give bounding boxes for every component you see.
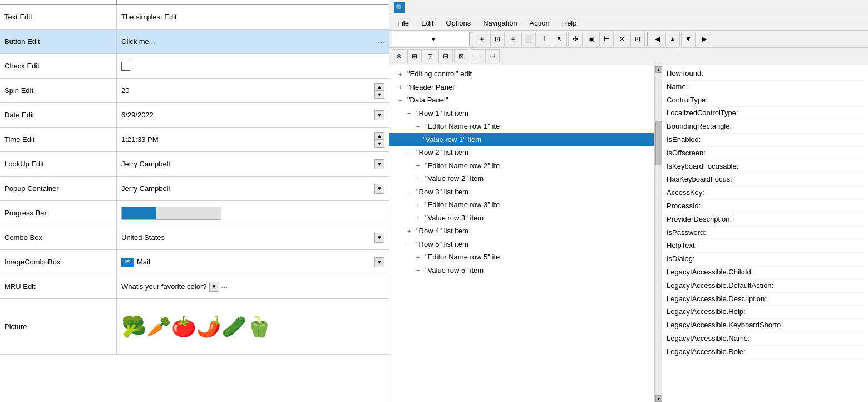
- nav-right[interactable]: ▶: [697, 32, 711, 46]
- table-row[interactable]: MRU EditWhat's your favorite color?▼···: [0, 274, 389, 299]
- tree-toggle[interactable]: −: [407, 239, 414, 249]
- tree-toggle[interactable]: +: [416, 200, 423, 210]
- menu-item-action[interactable]: Action: [524, 17, 555, 29]
- tree-scrollbar[interactable]: ▲ ▼: [654, 65, 662, 402]
- tree-item-row1[interactable]: −"Row 1" list item: [389, 107, 654, 120]
- tree-toggle[interactable]: +: [398, 82, 405, 92]
- tree-item-editor-name-row3[interactable]: +"Editor Name row 3" ite: [389, 198, 654, 212]
- scrollbar-thumb[interactable]: [655, 121, 662, 165]
- tree-toggle[interactable]: +: [416, 174, 423, 184]
- scrollbar-down[interactable]: ▼: [655, 395, 662, 402]
- automation-dropdown[interactable]: ▼: [392, 32, 470, 46]
- mru-ellipsis-button[interactable]: ···: [221, 282, 228, 291]
- tb2-btn2[interactable]: ⊞: [407, 49, 422, 63]
- tree-item-editing-control[interactable]: +"Editing control" edit: [389, 67, 654, 81]
- tree-toggle[interactable]: −: [398, 96, 405, 105]
- tb2-btn4[interactable]: ⊟: [438, 49, 453, 63]
- pointer-icon[interactable]: ↖: [553, 32, 567, 46]
- nav-up[interactable]: ▲: [665, 32, 680, 46]
- menu-item-options[interactable]: Options: [440, 17, 476, 29]
- table-row[interactable]: Popup ContainerJerry Campbell▼: [0, 177, 389, 201]
- cell-editor-name: Check Edit: [0, 54, 117, 78]
- prop-name: IsPassword:: [667, 227, 789, 239]
- dropdown-arrow[interactable]: ▼: [374, 184, 384, 194]
- table-row[interactable]: Progress Bar: [0, 201, 389, 225]
- spin-up[interactable]: ▲: [374, 132, 384, 140]
- tree-item-row4[interactable]: +"Row 4" list item: [389, 224, 654, 238]
- dropdown-arrow[interactable]: ▼: [374, 257, 384, 267]
- ellipsis-button[interactable]: ···: [378, 37, 384, 46]
- menu-item-help[interactable]: Help: [556, 17, 583, 29]
- expand-icon[interactable]: ⊢: [599, 32, 614, 46]
- table-row[interactable]: Time Edit1:21:33 PM▲▼: [0, 128, 389, 152]
- scrollbar-up[interactable]: ▲: [655, 66, 662, 73]
- table-row[interactable]: Spin Edit20▲▼: [0, 79, 389, 103]
- close-icon[interactable]: ✕: [615, 32, 629, 46]
- tree-toggle[interactable]: −: [407, 109, 414, 118]
- tree-item-row2[interactable]: −"Row 2" list item: [389, 146, 654, 159]
- tb2-btn7[interactable]: ⊣: [485, 49, 500, 63]
- table-row[interactable]: Combo BoxUnited States▼: [0, 225, 389, 250]
- menu-item-navigation[interactable]: Navigation: [477, 17, 522, 29]
- table-row[interactable]: Picture🥦🥕🍅🌶️🥒🫑: [0, 299, 389, 355]
- menu-item-edit[interactable]: Edit: [416, 17, 439, 29]
- dropdown-arrow[interactable]: ▼: [374, 233, 384, 243]
- tree-item-row5[interactable]: −"Row 5" list item: [389, 238, 654, 251]
- tree-toggle[interactable]: −: [407, 148, 414, 158]
- tree-toggle[interactable]: +: [407, 227, 414, 236]
- tree-item-value-row3[interactable]: +"Value row 3" item: [389, 212, 654, 225]
- table-row[interactable]: ImageComboBox✉Mail▼: [0, 250, 389, 274]
- tree-toggle[interactable]: +: [416, 253, 423, 262]
- cell-value: Jerry Campbell▼: [117, 157, 389, 171]
- prop-name: Name:: [667, 81, 789, 93]
- spin-down[interactable]: ▼: [374, 91, 384, 99]
- cursor-icon[interactable]: I: [537, 32, 551, 46]
- parent-icon[interactable]: ⊟: [506, 32, 520, 46]
- checkbox[interactable]: [121, 62, 130, 71]
- table-row[interactable]: Check Edit: [0, 54, 389, 79]
- tree-toggle[interactable]: +: [416, 122, 423, 131]
- tree-item-editor-name-row1[interactable]: +"Editor Name row 1" ite: [389, 120, 654, 133]
- tree-item-data-panel[interactable]: −"Data Panel": [389, 94, 654, 107]
- progress-bar: [121, 207, 221, 220]
- tb2-btn3[interactable]: ⊡: [423, 49, 437, 63]
- rect-icon[interactable]: ⊡: [630, 32, 645, 46]
- nav-left[interactable]: ◀: [650, 32, 664, 46]
- mru-dropdown-arrow[interactable]: ▼: [209, 282, 219, 292]
- tree-item-row3[interactable]: −"Row 3" list item: [389, 185, 654, 199]
- nav-down[interactable]: ▼: [681, 32, 696, 46]
- dropdown-arrow[interactable]: ▼: [374, 159, 384, 169]
- tree-toggle[interactable]: +: [416, 266, 423, 275]
- focused-icon[interactable]: ▣: [584, 32, 598, 46]
- menu-item-file[interactable]: File: [392, 17, 415, 29]
- tree-item-value-row1[interactable]: "Value row 1" item: [389, 133, 654, 146]
- tree-item-header-panel[interactable]: +"Header Panel": [389, 81, 654, 94]
- tb2-btn6[interactable]: ⊢: [470, 49, 484, 63]
- spin-up[interactable]: ▲: [374, 83, 384, 91]
- table-row[interactable]: LookUp EditJerry Campbell▼: [0, 152, 389, 177]
- tree-item-label: "Row 5" list item: [416, 239, 468, 250]
- tb2-btn1[interactable]: ⊛: [392, 49, 406, 63]
- toolbar-sep: [647, 32, 648, 46]
- tree-item-value-row2[interactable]: +"Value row 2" item: [389, 172, 654, 185]
- highlight-icon[interactable]: ⬜: [521, 32, 536, 46]
- move-icon[interactable]: ✣: [568, 32, 583, 46]
- table-row[interactable]: Button EditClick me...···: [0, 30, 389, 54]
- tree-panel[interactable]: +"Editing control" edit+"Header Panel"−"…: [389, 65, 654, 402]
- tree-item-value-row5[interactable]: +"Value row 5" item: [389, 264, 654, 277]
- tree-toggle[interactable]: +: [416, 213, 423, 223]
- tree-toggle[interactable]: +: [416, 161, 423, 170]
- refresh-icon[interactable]: ⊡: [490, 32, 505, 46]
- table-row[interactable]: Date Edit6/29/2022▼: [0, 103, 389, 128]
- spin-down[interactable]: ▼: [374, 140, 384, 148]
- tree-item-editor-name-row2[interactable]: +"Editor Name row 2" ite: [389, 159, 654, 173]
- target-icon[interactable]: ⊞: [475, 32, 489, 46]
- tb2-btn5[interactable]: ⊠: [454, 49, 468, 63]
- cell-editor-name: Combo Box: [0, 225, 117, 249]
- tree-toggle[interactable]: −: [407, 187, 414, 197]
- table-row[interactable]: Text EditThe simplest Edit: [0, 5, 389, 30]
- dropdown-arrow[interactable]: ▼: [374, 110, 384, 120]
- tree-toggle[interactable]: +: [398, 70, 405, 79]
- prop-name: LegacyIAccessible.ChildId:: [667, 267, 789, 278]
- tree-item-editor-name-row5[interactable]: +"Editor Name row 5" ite: [389, 251, 654, 264]
